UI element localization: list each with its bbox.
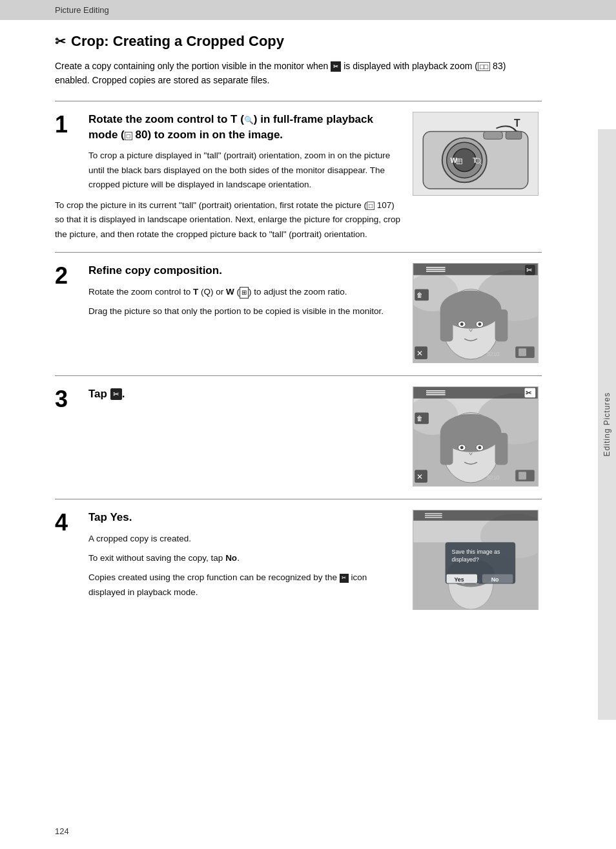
svg-text:T: T bbox=[514, 117, 520, 128]
step-3-header: Tap ✂. bbox=[88, 386, 125, 438]
side-label: Editing Pictures bbox=[602, 392, 611, 456]
step-3-screen-svg: ✂ 🗑 ✕ 3210 bbox=[413, 386, 539, 487]
step-3-number: 3 bbox=[55, 386, 81, 411]
step-2-header: Refine copy composition. bbox=[88, 263, 384, 278]
svg-text:W: W bbox=[451, 156, 458, 164]
page-number: 124 bbox=[55, 826, 69, 836]
svg-text:3210: 3210 bbox=[487, 474, 500, 481]
svg-point-55 bbox=[478, 446, 481, 449]
svg-rect-25 bbox=[495, 309, 508, 341]
step-1-content: 1 Rotate the zoom control to T (🔍) in fu… bbox=[55, 112, 413, 242]
svg-text:Yes: Yes bbox=[454, 576, 464, 583]
step-4-header-row: 4 Tap Yes. A cropped copy is created. To… bbox=[55, 510, 402, 600]
step-1-row: 1 Rotate the zoom control to T (🔍) in fu… bbox=[55, 112, 542, 242]
svg-text:✂: ✂ bbox=[526, 389, 532, 397]
svg-point-27 bbox=[460, 322, 464, 326]
step-3-row: 3 Tap ✂. bbox=[55, 386, 542, 488]
svg-text:Save this image as: Save this image as bbox=[451, 549, 500, 555]
step-2-screen-svg: ✂ 🗑 ✕ 3210 bbox=[413, 263, 539, 363]
step-2-image: ✂ 🗑 ✕ 3210 bbox=[413, 263, 542, 365]
svg-rect-24 bbox=[440, 309, 453, 341]
step-3-header-row: 3 Tap ✂. bbox=[55, 386, 402, 445]
step-4-row: 4 Tap Yes. A cropped copy is created. To… bbox=[55, 510, 542, 612]
svg-text:🗑: 🗑 bbox=[416, 291, 423, 299]
side-label-container: Editing Pictures bbox=[598, 129, 616, 720]
step-1-text-block: Rotate the zoom control to T (🔍) in full… bbox=[88, 112, 402, 192]
step-1-number: 1 bbox=[55, 112, 81, 136]
svg-point-29 bbox=[478, 322, 481, 326]
step-2-text-block: Refine copy composition. Rotate the zoom… bbox=[88, 263, 384, 319]
step-1-section: 1 Rotate the zoom control to T (🔍) in fu… bbox=[55, 101, 542, 252]
step-3-section: 3 Tap ✂. bbox=[55, 375, 542, 499]
step-2-row: 2 Refine copy composition. Rotate the zo… bbox=[55, 263, 542, 365]
svg-rect-16 bbox=[506, 131, 522, 139]
book-ref-1: □□ bbox=[478, 62, 490, 71]
crop-icon-inline: ✂ bbox=[331, 61, 341, 72]
page-title: ✂ Crop: Creating a Cropped Copy bbox=[55, 33, 542, 50]
camera-zoom-svg: W T T bbox=[413, 112, 539, 196]
step-4-image: Save this image as displayed? Yes No bbox=[413, 510, 542, 612]
step-4-section: 4 Tap Yes. A cropped copy is created. To… bbox=[55, 499, 542, 622]
step-1-image: W T T bbox=[413, 112, 542, 198]
title-text: Crop: Creating a Cropped Copy bbox=[71, 33, 284, 50]
tap-icon-3: ✂ bbox=[110, 388, 122, 400]
svg-text:displayed?: displayed? bbox=[451, 556, 478, 563]
step-2-body: Rotate the zoom control to T (Q) or W (⊞… bbox=[88, 285, 384, 319]
svg-rect-51 bbox=[495, 433, 508, 465]
step-3-image: ✂ 🗑 ✕ 3210 bbox=[413, 386, 542, 488]
svg-rect-15 bbox=[484, 131, 503, 139]
step-4-number: 4 bbox=[55, 510, 81, 534]
step-3-content: 3 Tap ✂. bbox=[55, 386, 413, 445]
crop-icon: ✂ bbox=[55, 34, 66, 49]
step-4-text-block: Tap Yes. A cropped copy is created. To e… bbox=[88, 510, 402, 600]
main-content: ✂ Crop: Creating a Cropped Copy Create a… bbox=[0, 20, 597, 648]
step-2-section: 2 Refine copy composition. Rotate the zo… bbox=[55, 252, 542, 375]
step-2-number: 2 bbox=[55, 263, 81, 288]
step-4-header: Tap Yes. bbox=[88, 510, 402, 525]
header-bar: Picture Editing bbox=[0, 0, 616, 20]
intro-paragraph: Create a copy containing only the portio… bbox=[55, 59, 542, 88]
svg-point-53 bbox=[460, 446, 464, 449]
step-1-header-row: 1 Rotate the zoom control to T (🔍) in fu… bbox=[55, 112, 402, 192]
svg-text:🗑: 🗑 bbox=[416, 415, 423, 422]
svg-text:✕: ✕ bbox=[416, 472, 423, 481]
step-2-header-row: 2 Refine copy composition. Rotate the zo… bbox=[55, 263, 402, 319]
step-1-extra-body: To crop the picture in its current "tall… bbox=[55, 198, 402, 242]
svg-rect-41 bbox=[518, 348, 526, 356]
svg-rect-50 bbox=[440, 433, 453, 465]
crop-icon-inline-2: ✂ bbox=[340, 574, 349, 583]
step-2-content: 2 Refine copy composition. Rotate the zo… bbox=[55, 263, 413, 319]
svg-text:No: No bbox=[491, 576, 499, 583]
svg-text:✕: ✕ bbox=[416, 349, 423, 358]
step-1-body: To crop a picture displayed in "tall" (p… bbox=[88, 149, 402, 192]
step-4-body: A cropped copy is created. To exit witho… bbox=[88, 532, 402, 600]
step-4-content: 4 Tap Yes. A cropped copy is created. To… bbox=[55, 510, 413, 600]
svg-text:✂: ✂ bbox=[526, 266, 533, 274]
svg-rect-67 bbox=[518, 472, 526, 479]
step-3-text-block: Tap ✂. bbox=[88, 386, 125, 445]
section-label: Picture Editing bbox=[55, 5, 109, 15]
svg-text:3210: 3210 bbox=[487, 351, 500, 357]
step-4-screen-svg: Save this image as displayed? Yes No bbox=[413, 510, 539, 610]
step-1-header: Rotate the zoom control to T (🔍) in full… bbox=[88, 112, 402, 143]
